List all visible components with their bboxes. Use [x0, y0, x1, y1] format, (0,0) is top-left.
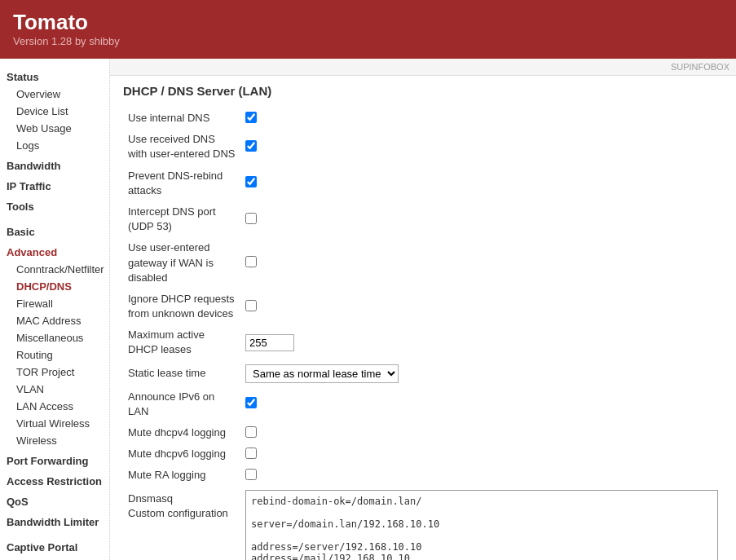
sidebar-item-mac-address[interactable]: MAC Address — [0, 312, 109, 329]
checkbox-mute-ra[interactable] — [245, 469, 257, 480]
label-use-received-dns: Use received DNS with user-entered DNS — [123, 129, 240, 165]
checkbox-mute-dhcpv4[interactable] — [245, 426, 257, 438]
sidebar-item-port-forwarding[interactable]: Port Forwarding — [0, 452, 109, 470]
sidebar-item-access-restriction[interactable]: Access Restriction — [0, 473, 109, 490]
sidebar-divider — [0, 215, 109, 220]
sidebar-item-web-usage[interactable]: Web Usage — [0, 120, 109, 137]
field-prevent-dns-rebind: Prevent DNS-rebind attacks — [123, 165, 723, 201]
page-title: DHCP / DNS Server (LAN) — [123, 84, 723, 98]
label-max-active-dhcp: Maximum active DHCP leases — [123, 324, 240, 360]
field-use-user-gateway: Use user-entered gateway if WAN is disab… — [123, 237, 723, 289]
field-intercept-dns-port: Intercept DNS port (UDP 53) — [123, 201, 723, 237]
field-ignore-dhcp-requests: Ignore DHCP requests from unknown device… — [123, 289, 723, 324]
main-layout: StatusOverviewDevice ListWeb UsageLogsBa… — [0, 59, 736, 560]
settings-table: Use internal DNS Use received DNS with u… — [123, 108, 723, 560]
sidebar-item-captive-portal[interactable]: Captive Portal — [0, 539, 109, 556]
checkbox-prevent-dns-rebind[interactable] — [245, 176, 257, 187]
topbar: SUPINFOBOX — [110, 59, 736, 76]
field-mute-dhcpv4: Mute dhcpv4 logging — [123, 422, 723, 443]
sidebar-item-status[interactable]: Status — [0, 68, 109, 86]
label-intercept-dns-port: Intercept DNS port (UDP 53) — [123, 201, 240, 237]
sidebar-item-bandwidth-limiter[interactable]: Bandwidth Limiter — [0, 514, 109, 531]
checkbox-use-user-gateway[interactable] — [245, 256, 257, 267]
label-dnsmasq-config: DnsmasqCustom configuration — [123, 487, 240, 560]
supinfo-label: SUPINFOBOX — [671, 62, 729, 72]
label-mute-dhcpv4: Mute dhcpv4 logging — [123, 422, 240, 443]
sidebar-item-firewall[interactable]: Firewall — [0, 295, 109, 312]
checkbox-ignore-dhcp-requests[interactable] — [245, 300, 257, 311]
sidebar-item-logs[interactable]: Logs — [0, 137, 109, 154]
field-mute-ra: Mute RA logging — [123, 465, 723, 486]
field-static-lease-time: Static lease time Same as normal lease t… — [123, 361, 723, 386]
checkbox-announce-ipv6[interactable] — [245, 397, 257, 408]
field-max-active-dhcp: Maximum active DHCP leases — [123, 324, 723, 360]
sidebar-item-device-list[interactable]: Device List — [0, 103, 109, 120]
sidebar-item-virtual-wireless[interactable]: Virtual Wireless — [0, 415, 109, 432]
field-use-received-dns: Use received DNS with user-entered DNS — [123, 129, 723, 165]
label-announce-ipv6: Announce IPv6 on LAN — [123, 386, 240, 422]
sidebar-item-overview[interactable]: Overview — [0, 86, 109, 103]
main-panel: SUPINFOBOX DHCP / DNS Server (LAN) Use i… — [110, 59, 736, 560]
sidebar-item-conntrack[interactable]: Conntrack/Netfilter — [0, 261, 109, 278]
checkbox-use-received-dns[interactable] — [245, 140, 257, 152]
sidebar-item-advanced[interactable]: Advanced — [0, 244, 109, 261]
sidebar-item-tor-project[interactable]: TOR Project — [0, 364, 109, 381]
main-content: DHCP / DNS Server (LAN) Use internal DNS… — [110, 76, 736, 560]
label-mute-ra: Mute RA logging — [123, 465, 240, 486]
app-subtitle: Version 1.28 by shibby — [13, 35, 723, 47]
sidebar-item-dhcp-dns[interactable]: DHCP/DNS — [0, 278, 109, 295]
input-max-active-dhcp[interactable] — [245, 334, 294, 351]
checkbox-intercept-dns-port[interactable] — [245, 213, 257, 224]
field-mute-dhcpv6: Mute dhcpv6 logging — [123, 443, 723, 465]
checkbox-use-internal-dns[interactable] — [245, 112, 257, 123]
label-static-lease-time: Static lease time — [123, 361, 240, 386]
sidebar-item-bandwidth[interactable]: Bandwidth — [0, 157, 109, 174]
sidebar-item-vlan[interactable]: VLAN — [0, 381, 109, 398]
sidebar-item-qos[interactable]: QoS — [0, 493, 109, 510]
checkbox-mute-dhcpv6[interactable] — [245, 448, 257, 459]
field-dnsmasq-config: DnsmasqCustom configuration rebind-domai… — [123, 487, 723, 560]
sidebar: StatusOverviewDevice ListWeb UsageLogsBa… — [0, 59, 110, 560]
header: Tomato Version 1.28 by shibby — [0, 0, 736, 59]
sidebar-item-wireless[interactable]: Wireless — [0, 432, 109, 449]
label-prevent-dns-rebind: Prevent DNS-rebind attacks — [123, 165, 240, 201]
sidebar-item-lan-access[interactable]: LAN Access — [0, 398, 109, 415]
sidebar-item-basic[interactable]: Basic — [0, 223, 109, 240]
sidebar-divider — [0, 531, 109, 536]
label-use-internal-dns: Use internal DNS — [123, 108, 240, 129]
sidebar-item-routing[interactable]: Routing — [0, 346, 109, 364]
label-use-user-gateway: Use user-entered gateway if WAN is disab… — [123, 237, 240, 289]
label-mute-dhcpv6: Mute dhcpv6 logging — [123, 443, 240, 465]
sidebar-item-ip-traffic[interactable]: IP Traffic — [0, 178, 109, 195]
sidebar-item-tools[interactable]: Tools — [0, 198, 109, 215]
field-use-internal-dns: Use internal DNS — [123, 108, 723, 129]
select-static-lease-time[interactable]: Same as normal lease time — [245, 364, 399, 383]
label-ignore-dhcp-requests: Ignore DHCP requests from unknown device… — [123, 289, 240, 324]
app-title: Tomato — [13, 10, 723, 35]
sidebar-item-miscellaneous[interactable]: Miscellaneous — [0, 329, 109, 346]
field-announce-ipv6: Announce IPv6 on LAN — [123, 386, 723, 422]
textarea-dnsmasq-config[interactable]: rebind-domain-ok=/domain.lan/ server=/do… — [245, 490, 718, 560]
